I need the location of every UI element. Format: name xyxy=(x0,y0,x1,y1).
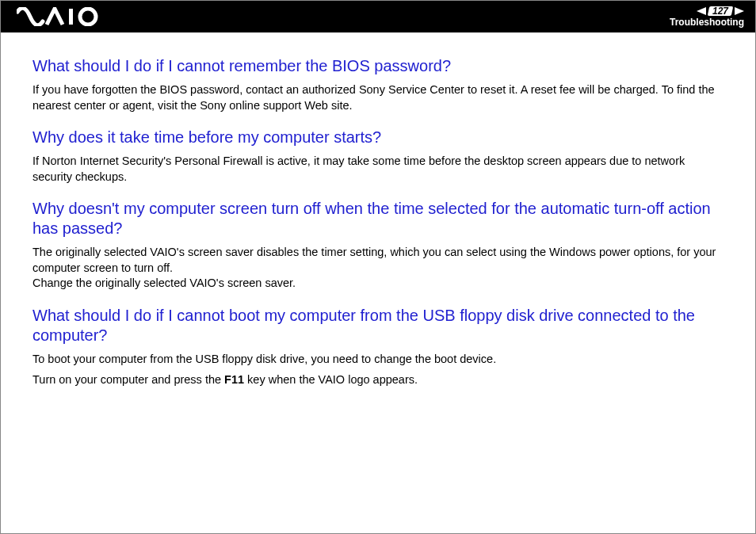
faq-paragraph: If Norton Internet Security's Personal F… xyxy=(32,154,727,185)
prev-page-arrow-icon[interactable] xyxy=(697,6,706,16)
faq-paragraph: If you have forgotten the BIOS password,… xyxy=(32,82,727,113)
page-indicator: 127 xyxy=(697,6,744,16)
page-header: 127 Troubleshooting xyxy=(1,1,755,32)
document-content: What should I do if I cannot remember th… xyxy=(1,32,755,387)
vaio-logo-icon xyxy=(17,7,104,26)
section-label: Troubleshooting xyxy=(670,17,744,27)
faq-paragraph: To boot your computer from the USB flopp… xyxy=(32,352,727,368)
header-right-block: 127 Troubleshooting xyxy=(670,6,744,27)
faq-heading: What should I do if I cannot boot my com… xyxy=(32,306,727,345)
document-page: 127 Troubleshooting What should I do if … xyxy=(0,0,756,534)
faq-heading: What should I do if I cannot remember th… xyxy=(32,56,727,76)
svg-marker-2 xyxy=(697,7,706,15)
page-number: 127 xyxy=(708,6,734,16)
faq-paragraph: The originally selected VAIO's screen sa… xyxy=(32,245,727,292)
next-page-arrow-icon[interactable] xyxy=(735,6,744,16)
svg-point-1 xyxy=(80,9,96,25)
faq-paragraph: Turn on your computer and press the F11 … xyxy=(32,372,727,388)
svg-marker-3 xyxy=(735,7,744,15)
svg-rect-0 xyxy=(69,9,73,25)
faq-heading: Why doesn't my computer screen turn off … xyxy=(32,199,727,238)
faq-heading: Why does it take time before my computer… xyxy=(32,128,727,147)
